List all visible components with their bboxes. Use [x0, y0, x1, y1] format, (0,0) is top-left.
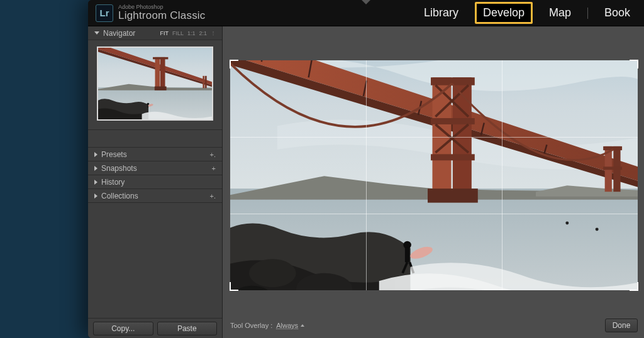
tool-overlay-value[interactable]: Always — [276, 322, 298, 329]
chevron-right-icon — [94, 152, 97, 157]
history-panel-header[interactable]: History — [88, 175, 222, 189]
snapshots-label: Snapshots — [101, 164, 137, 173]
zoom-fill[interactable]: FILL — [172, 30, 184, 36]
thumbnail-image — [98, 48, 212, 119]
svg-point-42 — [403, 241, 411, 249]
app-window: Lr Adobe Photoshop Lightroom Classic Lib… — [88, 0, 644, 338]
zoom-fit[interactable]: FIT — [160, 30, 169, 36]
presets-panel-header[interactable]: Presets +. — [88, 148, 222, 161]
top-bar: Lr Adobe Photoshop Lightroom Classic Lib… — [88, 0, 644, 26]
navigator-thumbnail[interactable] — [97, 46, 213, 121]
navigator-zoom-options: FIT FILL 1:1 2:1 ⋮ — [160, 30, 216, 36]
module-tabs: Library Develop Map Book — [418, 2, 636, 24]
center-stage: Tool Overlay : Always Done — [223, 26, 644, 338]
add-preset-icon[interactable]: +. — [210, 151, 216, 158]
panel-gap — [88, 130, 222, 148]
svg-rect-5 — [155, 57, 160, 90]
svg-point-47 — [565, 222, 569, 225]
svg-rect-10 — [205, 76, 207, 88]
tab-divider — [587, 8, 588, 19]
add-collection-icon[interactable]: +. — [210, 192, 216, 200]
done-button[interactable]: Done — [605, 319, 638, 332]
collections-label: Collections — [101, 192, 138, 200]
svg-rect-30 — [428, 188, 478, 202]
svg-rect-29 — [431, 154, 475, 160]
svg-rect-28 — [431, 118, 475, 124]
svg-rect-8 — [153, 57, 168, 59]
svg-point-39 — [249, 259, 296, 287]
app-title: Adobe Photoshop Lightroom Classic — [118, 4, 206, 21]
brand-big: Lightroom Classic — [118, 10, 206, 21]
photo-canvas[interactable] — [230, 60, 638, 290]
paste-button[interactable]: Paste — [157, 322, 218, 335]
menu-caret-icon[interactable] — [362, 0, 370, 4]
add-snapshot-icon[interactable]: + — [212, 165, 216, 172]
left-panel: Navigator FIT FILL 1:1 2:1 ⋮ — [88, 26, 223, 338]
svg-rect-43 — [405, 248, 409, 262]
snapshots-panel-header[interactable]: Snapshots + — [88, 161, 222, 175]
app-logo: Lr — [96, 4, 113, 22]
tab-develop[interactable]: Develop — [475, 2, 533, 24]
workspace: Navigator FIT FILL 1:1 2:1 ⋮ — [88, 26, 644, 338]
collections-panel-header[interactable]: Collections +. — [88, 189, 222, 203]
zoom-2-1[interactable]: 2:1 — [199, 30, 207, 36]
tool-bottom-bar: Tool Overlay : Always Done — [230, 317, 638, 334]
chevron-right-icon — [94, 180, 97, 185]
tool-overlay-label: Tool Overlay : — [230, 322, 272, 329]
navigator-panel-header[interactable]: Navigator FIT FILL 1:1 2:1 ⋮ — [88, 26, 222, 40]
history-label: History — [101, 178, 125, 187]
left-panel-spacer — [88, 203, 222, 318]
zoom-1-1[interactable]: 1:1 — [187, 30, 196, 36]
svg-point-48 — [596, 227, 599, 231]
svg-rect-25 — [433, 77, 452, 199]
navigator-title: Navigator — [103, 29, 135, 38]
chevron-down-icon — [94, 31, 99, 35]
caret-up-icon[interactable] — [301, 324, 304, 327]
left-button-row: Copy... Paste — [88, 318, 222, 338]
svg-rect-9 — [203, 76, 204, 88]
presets-label: Presets — [101, 150, 127, 159]
zoom-menu-icon[interactable]: ⋮ — [211, 30, 216, 36]
svg-rect-7 — [155, 87, 167, 90]
copy-button[interactable]: Copy... — [93, 322, 153, 335]
chevron-right-icon — [94, 166, 97, 171]
svg-rect-38 — [603, 166, 622, 170]
chevron-right-icon — [94, 194, 97, 199]
photo-image — [230, 60, 638, 290]
navigator-thumbnail-wrap — [88, 40, 222, 130]
tab-map[interactable]: Map — [543, 4, 577, 22]
tab-library[interactable]: Library — [418, 4, 465, 22]
tab-book[interactable]: Book — [598, 4, 636, 22]
svg-rect-6 — [160, 57, 165, 90]
